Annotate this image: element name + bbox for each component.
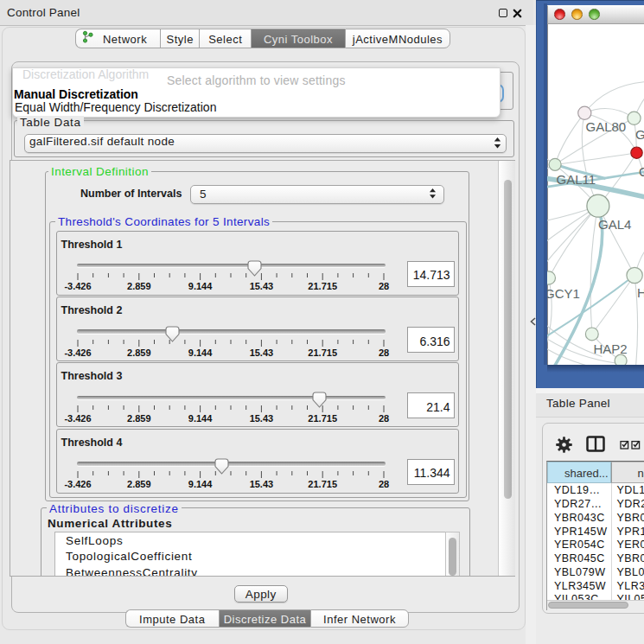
svg-text:GAL7: GAL7 bbox=[635, 126, 644, 141]
svg-text:GAL80: GAL80 bbox=[585, 119, 626, 134]
svg-text:HAP2: HAP2 bbox=[593, 341, 627, 356]
svg-text:HA: HA bbox=[637, 285, 644, 300]
svg-text:GAL4: GAL4 bbox=[598, 217, 631, 232]
svg-text:GCY1: GCY1 bbox=[547, 286, 580, 301]
svg-text:CD: CD bbox=[639, 163, 644, 178]
svg-text:GAL11: GAL11 bbox=[556, 172, 596, 187]
